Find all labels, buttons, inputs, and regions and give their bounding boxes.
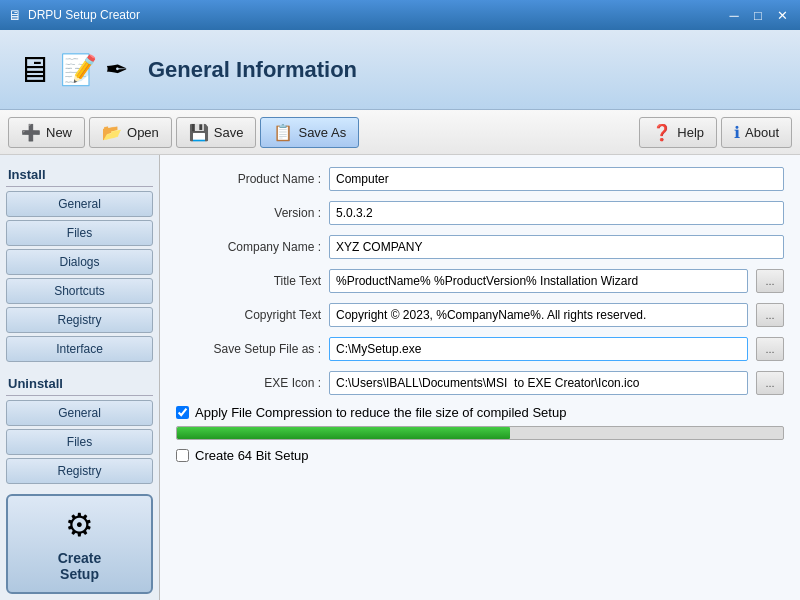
saveas-label: Save As — [298, 125, 346, 140]
sidebar-item-files-install[interactable]: Files — [6, 220, 153, 246]
company-name-row: Company Name : — [176, 235, 784, 259]
create-setup-label: CreateSetup — [58, 550, 102, 582]
close-button[interactable]: ✕ — [772, 5, 792, 25]
compression-row: Apply File Compression to reduce the fil… — [176, 405, 784, 420]
product-name-label: Product Name : — [176, 172, 321, 186]
toolbar: ➕ New 📂 Open 💾 Save 📋 Save As ❓ Help ℹ A… — [0, 110, 800, 155]
saveas-button[interactable]: 📋 Save As — [260, 117, 359, 148]
progress-bar-fill — [177, 427, 510, 439]
create-setup-icon: ⚙ — [65, 506, 94, 544]
logo-pen-icon: ✒ — [105, 53, 128, 86]
about-icon: ℹ — [734, 123, 740, 142]
save-icon: 💾 — [189, 123, 209, 142]
save-label: Save — [214, 125, 244, 140]
exe-icon-input[interactable] — [329, 371, 748, 395]
titlebar: 🖥 DRPU Setup Creator ─ □ ✕ — [0, 0, 800, 30]
help-label: Help — [677, 125, 704, 140]
logo-computer-icon: 🖥 — [16, 49, 52, 91]
exe-icon-row: EXE Icon : ... — [176, 371, 784, 395]
sidebar-item-files-uninstall[interactable]: Files — [6, 429, 153, 455]
exe-icon-browse[interactable]: ... — [756, 371, 784, 395]
about-label: About — [745, 125, 779, 140]
product-name-row: Product Name : — [176, 167, 784, 191]
main-content: Install General Files Dialogs Shortcuts … — [0, 155, 800, 600]
product-name-input[interactable] — [329, 167, 784, 191]
title-text-input[interactable] — [329, 269, 748, 293]
logo-stamp-icon: 📝 — [60, 52, 97, 87]
content-panel: Product Name : Version : Company Name : … — [160, 155, 800, 600]
create-setup-button[interactable]: ⚙ CreateSetup — [6, 494, 153, 594]
header-area: 🖥 📝 ✒ General Information — [0, 30, 800, 110]
maximize-button[interactable]: □ — [748, 5, 768, 25]
compression-checkbox[interactable] — [176, 406, 189, 419]
install-section-title: Install — [6, 163, 153, 187]
title-text-row: Title Text ... — [176, 269, 784, 293]
sidebar-item-shortcuts[interactable]: Shortcuts — [6, 278, 153, 304]
company-name-label: Company Name : — [176, 240, 321, 254]
sidebar-item-general-uninstall[interactable]: General — [6, 400, 153, 426]
open-label: Open — [127, 125, 159, 140]
help-icon: ❓ — [652, 123, 672, 142]
help-button[interactable]: ❓ Help — [639, 117, 717, 148]
titlebar-title: DRPU Setup Creator — [28, 8, 724, 22]
save-button[interactable]: 💾 Save — [176, 117, 257, 148]
title-text-label: Title Text — [176, 274, 321, 288]
open-icon: 📂 — [102, 123, 122, 142]
uninstall-section-title: Uninstall — [6, 372, 153, 396]
version-label: Version : — [176, 206, 321, 220]
version-row: Version : — [176, 201, 784, 225]
sidebar: Install General Files Dialogs Shortcuts … — [0, 155, 160, 600]
sidebar-item-general-install[interactable]: General — [6, 191, 153, 217]
sidebar-item-registry-install[interactable]: Registry — [6, 307, 153, 333]
header-title: General Information — [148, 57, 357, 83]
create64-checkbox[interactable] — [176, 449, 189, 462]
title-text-browse[interactable]: ... — [756, 269, 784, 293]
save-setup-row: Save Setup File as : ... — [176, 337, 784, 361]
header-logo: 🖥 📝 ✒ — [16, 49, 128, 91]
copyright-input[interactable] — [329, 303, 748, 327]
save-setup-input[interactable] — [329, 337, 748, 361]
create64-label[interactable]: Create 64 Bit Setup — [195, 448, 308, 463]
saveas-icon: 📋 — [273, 123, 293, 142]
titlebar-controls: ─ □ ✕ — [724, 5, 792, 25]
sidebar-item-registry-uninstall[interactable]: Registry — [6, 458, 153, 484]
new-button[interactable]: ➕ New — [8, 117, 85, 148]
about-button[interactable]: ℹ About — [721, 117, 792, 148]
progress-bar-container — [176, 426, 784, 440]
copyright-browse[interactable]: ... — [756, 303, 784, 327]
company-name-input[interactable] — [329, 235, 784, 259]
copyright-label: Copyright Text — [176, 308, 321, 322]
sidebar-item-interface[interactable]: Interface — [6, 336, 153, 362]
version-input[interactable] — [329, 201, 784, 225]
copyright-row: Copyright Text ... — [176, 303, 784, 327]
save-setup-label: Save Setup File as : — [176, 342, 321, 356]
exe-icon-label: EXE Icon : — [176, 376, 321, 390]
new-icon: ➕ — [21, 123, 41, 142]
titlebar-icon: 🖥 — [8, 7, 22, 23]
new-label: New — [46, 125, 72, 140]
compression-label[interactable]: Apply File Compression to reduce the fil… — [195, 405, 566, 420]
create64-row: Create 64 Bit Setup — [176, 448, 784, 463]
sidebar-item-dialogs[interactable]: Dialogs — [6, 249, 153, 275]
open-button[interactable]: 📂 Open — [89, 117, 172, 148]
minimize-button[interactable]: ─ — [724, 5, 744, 25]
save-setup-browse[interactable]: ... — [756, 337, 784, 361]
